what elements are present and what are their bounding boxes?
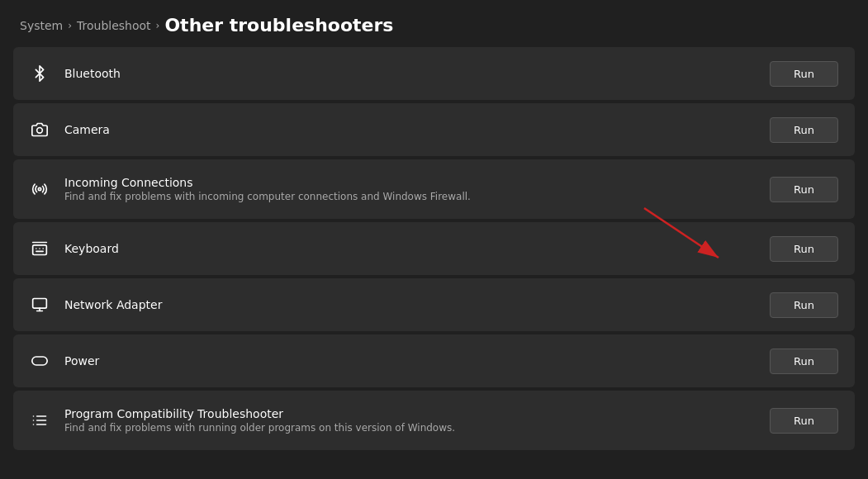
run-button-keyboard[interactable]: Run: [770, 236, 838, 262]
svg-rect-8: [33, 299, 47, 309]
svg-rect-11: [32, 357, 47, 365]
wifi-icon: [30, 179, 50, 199]
breadcrumb-sep-1: ›: [68, 20, 72, 31]
troubleshooter-item-power: Power Run: [13, 334, 855, 387]
monitor-icon: [30, 295, 50, 315]
item-left-camera: Camera: [30, 120, 110, 140]
run-button-power[interactable]: Run: [770, 349, 838, 374]
run-button-camera[interactable]: Run: [770, 117, 838, 143]
troubleshooter-item-network-adapter: Network Adapter Run: [13, 278, 855, 331]
item-title-power: Power: [64, 354, 99, 368]
item-text-incoming-connections: Incoming Connections Find and fix proble…: [64, 176, 471, 202]
item-left-bluetooth: Bluetooth: [30, 64, 121, 83]
item-left-program-compatibility: Program Compatibility Troubleshooter Fin…: [30, 407, 455, 434]
power-icon: [30, 351, 50, 371]
item-title-incoming-connections: Incoming Connections: [64, 176, 471, 189]
item-text-power: Power: [64, 354, 99, 368]
item-text-camera: Camera: [64, 123, 110, 136]
bluetooth-icon: [30, 64, 50, 83]
page-title: Other troubleshooters: [164, 15, 393, 36]
item-title-network-adapter: Network Adapter: [64, 298, 162, 311]
run-button-network-adapter[interactable]: Run: [770, 292, 838, 318]
item-text-bluetooth: Bluetooth: [64, 67, 121, 80]
keyboard-icon: [30, 239, 50, 258]
troubleshooter-item-incoming-connections: Incoming Connections Find and fix proble…: [13, 159, 855, 219]
camera-icon: [30, 120, 50, 140]
run-button-incoming-connections[interactable]: Run: [770, 177, 838, 202]
item-left-keyboard: Keyboard: [30, 239, 119, 258]
item-left-incoming-connections: Incoming Connections Find and fix proble…: [30, 176, 471, 202]
run-button-bluetooth[interactable]: Run: [770, 61, 838, 87]
item-title-keyboard: Keyboard: [64, 242, 119, 255]
svg-point-1: [38, 187, 40, 190]
item-text-keyboard: Keyboard: [64, 242, 119, 255]
run-button-program-compatibility[interactable]: Run: [770, 408, 838, 434]
breadcrumb-troubleshoot[interactable]: Troubleshoot: [77, 19, 151, 32]
svg-point-0: [37, 128, 43, 134]
troubleshooter-list: Bluetooth Run Camera Run: [0, 47, 868, 450]
troubleshooter-item-camera: Camera Run: [13, 103, 855, 156]
troubleshooter-item-bluetooth: Bluetooth Run: [13, 47, 855, 100]
item-desc-program-compatibility: Find and fix problems with running older…: [64, 422, 455, 434]
svg-rect-2: [33, 245, 47, 255]
item-title-program-compatibility: Program Compatibility Troubleshooter: [64, 407, 455, 420]
item-text-network-adapter: Network Adapter: [64, 298, 162, 311]
troubleshooter-item-keyboard: Keyboard Run: [13, 222, 855, 275]
item-title-bluetooth: Bluetooth: [64, 67, 121, 80]
item-text-program-compatibility: Program Compatibility Troubleshooter Fin…: [64, 407, 455, 434]
list-icon: [30, 410, 50, 430]
breadcrumb: System › Troubleshoot › Other troublesho…: [0, 0, 868, 47]
item-desc-incoming-connections: Find and fix problems with incoming comp…: [64, 191, 471, 202]
breadcrumb-system[interactable]: System: [20, 19, 63, 32]
item-left-network-adapter: Network Adapter: [30, 295, 162, 315]
item-title-camera: Camera: [64, 123, 110, 136]
troubleshooter-item-program-compatibility: Program Compatibility Troubleshooter Fin…: [13, 391, 855, 450]
item-left-power: Power: [30, 351, 99, 371]
breadcrumb-sep-2: ›: [156, 20, 160, 31]
